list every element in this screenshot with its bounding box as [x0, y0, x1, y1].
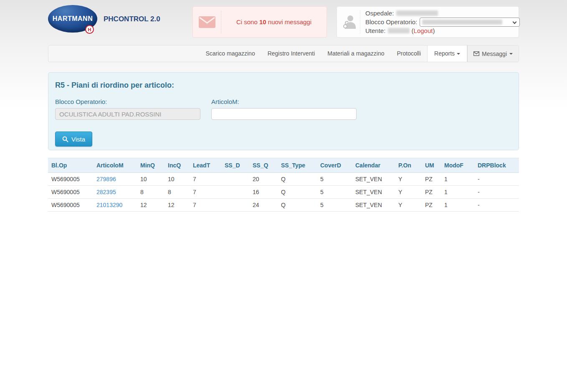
nav-item-scarico-magazzino[interactable]: Scarico magazzino	[199, 46, 261, 62]
cell-bl-op: W5690005	[48, 199, 93, 212]
page-title: R5 - Piani di riordino per articolo:	[55, 81, 512, 90]
blocco-operatorio-label: Blocco Operatorio:	[55, 98, 200, 105]
cell-bl-op: W5690005	[48, 173, 93, 186]
cell-ss-type: Q	[278, 186, 317, 199]
cell-minq: 8	[137, 186, 165, 199]
doctor-icon	[339, 10, 360, 34]
filter-form-row: Blocco Operatorio: ArticoloM:	[55, 98, 512, 120]
cell-calendar: SET_VEN	[352, 173, 395, 186]
hartmann-logo[interactable]: HARTMANN H	[48, 5, 97, 33]
cell-leadt: 7	[190, 173, 221, 186]
cell-ss-d	[221, 186, 249, 199]
cell-articolom: 21013290	[93, 199, 137, 212]
reorder-plans-table: Bl.OpArticoloMMinQIncQLeadTSS_DSS_QSS_Ty…	[48, 158, 519, 212]
column-header-bl-op: Bl.Op	[48, 158, 93, 173]
cell-incq: 12	[165, 199, 190, 212]
envelope-small-icon	[473, 51, 479, 56]
cell-incq: 8	[165, 186, 190, 199]
hospital-line: Ospedale:	[365, 9, 520, 18]
cell-coverd: 5	[317, 199, 352, 212]
cell-incq: 10	[165, 173, 190, 186]
article-link[interactable]: 282395	[96, 189, 116, 195]
chevron-down-icon	[513, 20, 517, 24]
user-info-box: Ospedale: Blocco Operatorio: Utente: (Lo…	[337, 6, 519, 38]
cell-drpblock: -	[474, 173, 519, 186]
column-header-modof: ModoF	[441, 158, 474, 173]
cell-p-on: Y	[395, 173, 422, 186]
messages-text-prefix: Ci sono	[236, 18, 259, 25]
operating-block-line: Blocco Operatorio:	[365, 18, 520, 26]
operating-block-select[interactable]	[420, 18, 520, 27]
logout-paren-close: )	[433, 27, 435, 34]
table-row: W5690005210132901212724Q5SET_VENYPZ1-	[48, 199, 519, 212]
vista-button-label: Vista	[71, 136, 85, 143]
column-header-articolom: ArticoloM	[93, 158, 137, 173]
cell-p-on: Y	[395, 199, 422, 212]
cell-ss-q: 16	[249, 186, 278, 199]
cell-um: PZ	[422, 173, 441, 186]
table-row: W56900052798961010720Q5SET_VENYPZ1-	[48, 173, 519, 186]
cell-calendar: SET_VEN	[352, 199, 395, 212]
caret-down-icon	[457, 53, 460, 55]
cell-calendar: SET_VEN	[352, 186, 395, 199]
navbar: Scarico magazzinoRegistro InterventiMate…	[48, 45, 519, 62]
article-link[interactable]: 279896	[96, 176, 116, 182]
cell-bl-op: W5690005	[48, 186, 93, 199]
cell-leadt: 7	[190, 199, 221, 212]
cell-ss-q: 24	[249, 199, 278, 212]
cell-minq: 10	[137, 173, 165, 186]
cell-um: PZ	[422, 186, 441, 199]
new-messages-text: Ci sono 10 nuovi messaggi	[221, 18, 327, 25]
hospital-value-redacted	[396, 10, 438, 16]
table-body: W56900052798961010720Q5SET_VENYPZ1-W5690…	[48, 173, 519, 212]
column-header-ss-d: SS_D	[221, 158, 249, 173]
new-messages-banner[interactable]: Ci sono 10 nuovi messaggi	[192, 6, 327, 38]
operating-block-value-redacted	[422, 20, 502, 25]
column-header-coverd: CoverD	[317, 158, 352, 173]
envelope-icon	[193, 11, 221, 33]
cell-ss-type: Q	[278, 173, 317, 186]
operating-block-label: Blocco Operatorio:	[365, 18, 417, 25]
user-value-redacted	[388, 28, 410, 33]
blocco-operatorio-input	[55, 108, 200, 120]
nav-reports-label: Reports	[434, 50, 455, 57]
cell-modof: 1	[441, 173, 474, 186]
cell-modof: 1	[441, 186, 474, 199]
cell-articolom: 282395	[93, 186, 137, 199]
articolom-label: ArticoloM:	[211, 98, 357, 105]
articolom-group: ArticoloM:	[211, 98, 357, 120]
cell-drpblock: -	[474, 186, 519, 199]
app-title: PHCONTROL 2.0	[104, 15, 160, 39]
cell-ss-type: Q	[278, 199, 317, 212]
column-header-p-on: P.On	[395, 158, 422, 173]
cell-ss-d	[221, 199, 249, 212]
nav-item-protocolli[interactable]: Protocolli	[390, 46, 427, 62]
cell-p-on: Y	[395, 186, 422, 199]
magnifier-icon	[62, 136, 68, 142]
blocco-operatorio-group: Blocco Operatorio:	[55, 98, 200, 120]
cell-drpblock: -	[474, 199, 519, 212]
column-header-calendar: Calendar	[352, 158, 395, 173]
column-header-ss-q: SS_Q	[249, 158, 278, 173]
user-label: Utente:	[365, 27, 385, 34]
cell-ss-q: 20	[249, 173, 278, 186]
article-link[interactable]: 21013290	[96, 202, 122, 208]
user-line: Utente: (Logout)	[365, 26, 520, 35]
hartmann-logo-text: HARTMANN	[53, 15, 93, 23]
nav-messaggi-label: Messaggi	[482, 51, 507, 57]
hartmann-emblem-icon: H	[85, 25, 94, 34]
cell-leadt: 7	[190, 186, 221, 199]
nav-item-reports[interactable]: Reports	[427, 46, 467, 62]
vista-button[interactable]: Vista	[55, 132, 92, 147]
nav-item-registro-interventi[interactable]: Registro Interventi	[261, 46, 321, 62]
column-header-minq: MinQ	[137, 158, 165, 173]
articolom-input[interactable]	[211, 108, 357, 120]
header: HARTMANN H PHCONTROL 2.0 Ci sono 10 nuov…	[48, 0, 519, 39]
logout-wrap: (Logout)	[410, 27, 435, 34]
table-header-row: Bl.OpArticoloMMinQIncQLeadTSS_DSS_QSS_Ty…	[48, 158, 519, 173]
caret-down-icon	[509, 53, 513, 55]
logout-link[interactable]: Logout	[414, 27, 433, 34]
nav-item-materiali-a-magazzino[interactable]: Materiali a magazzino	[321, 46, 390, 62]
nav-item-messaggi[interactable]: Messaggi	[467, 46, 519, 62]
cell-coverd: 5	[317, 173, 352, 186]
